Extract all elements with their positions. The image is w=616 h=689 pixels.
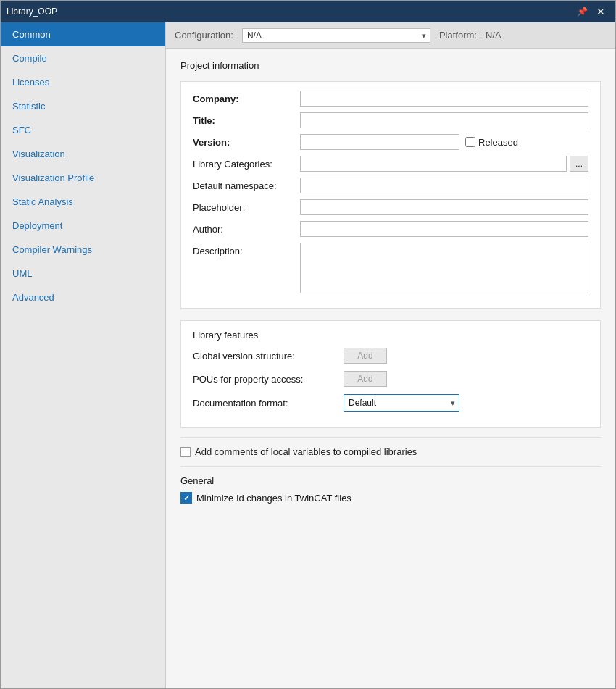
doc-format-select-wrapper: Default XML None [344, 394, 459, 412]
placeholder-row: Placeholder: [193, 199, 588, 215]
default-namespace-input[interactable] [300, 178, 588, 193]
sidebar-item-uml[interactable]: UML [1, 262, 165, 285]
title-label: Title: [193, 115, 294, 126]
minimize-id-row: Minimize Id changes in TwinCAT files [180, 492, 601, 504]
close-button[interactable]: ✕ [592, 4, 609, 19]
configuration-select-wrapper: N/A [242, 28, 430, 43]
title-row: Title: [193, 112, 588, 128]
library-categories-controls: ... [300, 156, 588, 172]
pous-label: POUs for property access: [193, 374, 338, 385]
add-comments-label[interactable]: Add comments of local variables to compi… [195, 446, 417, 457]
sidebar-item-common[interactable]: Common [1, 22, 165, 46]
version-controls: Released [300, 134, 518, 150]
released-label: Released [478, 137, 518, 148]
released-checkbox[interactable] [465, 137, 475, 147]
sidebar: CommonCompileLicensesStatisticSFCVisuali… [1, 22, 166, 688]
sidebar-item-static-analysis[interactable]: Static Analysis [1, 190, 165, 214]
doc-format-row: Documentation format: Default XML None [193, 394, 588, 412]
right-panel: Configuration: N/A Platform: N/A Project… [166, 22, 615, 688]
sidebar-item-advanced[interactable]: Advanced [1, 285, 165, 309]
title-bar-text: Library_OOP [7, 7, 573, 17]
pous-row: POUs for property access: Add [193, 371, 588, 387]
toolbar-row: Configuration: N/A Platform: N/A [166, 22, 615, 49]
description-textarea[interactable] [300, 243, 588, 293]
project-info-section: Project information Company: Title: [180, 60, 601, 309]
platform-label: Platform: [439, 30, 477, 41]
sidebar-item-statistic[interactable]: Statistic [1, 94, 165, 118]
library-categories-browse-button[interactable]: ... [570, 156, 588, 172]
content-area: Project information Company: Title: [166, 49, 615, 688]
description-label: Description: [193, 243, 294, 256]
sidebar-item-compiler-warnings[interactable]: Compiler Warnings [1, 238, 165, 262]
default-namespace-label: Default namespace: [193, 180, 294, 191]
general-title: General [180, 475, 601, 486]
library-categories-label: Library Categories: [193, 159, 294, 170]
library-features-section: Library features Global version structur… [180, 320, 601, 428]
project-info-box: Company: Title: Version: [180, 81, 601, 309]
sidebar-item-visualization-profile[interactable]: Visualization Profile [1, 166, 165, 190]
divider-2 [180, 466, 601, 467]
configuration-select[interactable]: N/A [242, 28, 430, 43]
description-row: Description: [193, 243, 588, 293]
add-comments-checkbox[interactable] [180, 447, 191, 457]
main-content: CommonCompileLicensesStatisticSFCVisuali… [1, 22, 615, 688]
minimize-id-label[interactable]: Minimize Id changes in TwinCAT files [196, 493, 351, 504]
global-version-add-button[interactable]: Add [344, 348, 387, 364]
default-namespace-row: Default namespace: [193, 178, 588, 193]
doc-format-label: Documentation format: [193, 398, 338, 409]
sidebar-item-visualization[interactable]: Visualization [1, 142, 165, 166]
project-info-header: Project information [180, 60, 601, 74]
global-version-row: Global version structure: Add [193, 348, 588, 364]
sidebar-item-deployment[interactable]: Deployment [1, 214, 165, 238]
global-version-label: Global version structure: [193, 351, 338, 362]
minimize-id-checkbox[interactable] [180, 492, 192, 504]
sidebar-item-compile[interactable]: Compile [1, 46, 165, 70]
version-row: Version: Released [193, 134, 588, 150]
title-input[interactable] [300, 112, 588, 128]
general-section: General Minimize Id changes in TwinCAT f… [180, 475, 601, 504]
configuration-label: Configuration: [175, 30, 233, 41]
title-bar: Library_OOP 📌 ✕ [1, 1, 615, 22]
author-label: Author: [193, 224, 294, 235]
placeholder-label: Placeholder: [193, 202, 294, 213]
company-row: Company: [193, 91, 588, 107]
pous-add-button[interactable]: Add [344, 371, 387, 387]
version-input[interactable] [300, 134, 459, 150]
author-row: Author: [193, 221, 588, 237]
author-input[interactable] [300, 221, 588, 237]
add-comments-row: Add comments of local variables to compi… [180, 446, 601, 457]
library-categories-input[interactable] [300, 156, 567, 172]
library-features-title: Library features [193, 330, 588, 341]
library-categories-row: Library Categories: ... [193, 156, 588, 172]
sidebar-item-licenses[interactable]: Licenses [1, 70, 165, 94]
doc-format-select[interactable]: Default XML None [344, 394, 459, 412]
placeholder-input[interactable] [300, 199, 588, 215]
released-checkbox-label[interactable]: Released [465, 137, 518, 148]
pin-icon[interactable]: 📌 [577, 7, 588, 17]
app-window: Library_OOP 📌 ✕ CommonCompileLicensesSta… [0, 0, 616, 689]
company-input[interactable] [300, 91, 588, 107]
divider-1 [180, 437, 601, 438]
version-label: Version: [193, 137, 294, 148]
platform-value: N/A [486, 30, 501, 41]
company-label: Company: [193, 93, 294, 104]
sidebar-item-sfc[interactable]: SFC [1, 118, 165, 142]
